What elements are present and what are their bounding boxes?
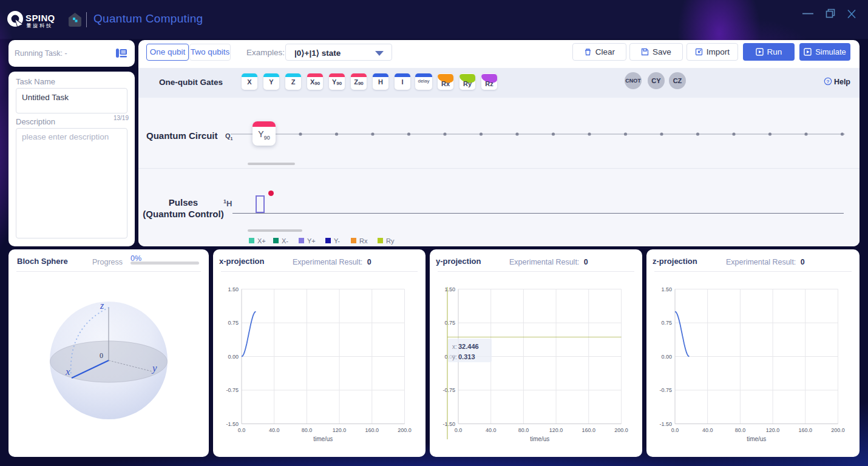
svg-text:0.00: 0.00: [661, 354, 672, 360]
svg-text:80.0: 80.0: [302, 427, 313, 433]
svg-text:z: z: [100, 300, 104, 311]
svg-text:-1.50: -1.50: [659, 421, 672, 427]
svg-text:40.0: 40.0: [269, 427, 280, 433]
svg-text:120.0: 120.0: [766, 427, 780, 433]
svg-text:200.0: 200.0: [614, 427, 628, 433]
svg-text:160.0: 160.0: [365, 427, 379, 433]
svg-text:y:: y:: [452, 354, 457, 360]
svg-text:200.0: 200.0: [831, 427, 845, 433]
svg-text:-0.75: -0.75: [659, 387, 672, 393]
svg-text:1.50: 1.50: [661, 286, 672, 292]
svg-text:120.0: 120.0: [549, 427, 563, 433]
svg-text:0.00: 0.00: [228, 354, 239, 360]
svg-text:200.0: 200.0: [398, 427, 412, 433]
svg-text:160.0: 160.0: [799, 427, 813, 433]
svg-text:-0.75: -0.75: [226, 387, 239, 393]
svg-text:0.0: 0.0: [238, 427, 246, 433]
svg-text:0.313: 0.313: [458, 353, 475, 360]
svg-text:x:: x:: [452, 343, 457, 350]
svg-text:-1.50: -1.50: [442, 421, 455, 427]
svg-text:y: y: [151, 362, 157, 374]
svg-text:40.0: 40.0: [702, 427, 713, 433]
svg-text:x: x: [65, 366, 70, 377]
svg-text:0.75: 0.75: [228, 320, 239, 326]
svg-text:time/us: time/us: [530, 436, 549, 442]
svg-text:0.0: 0.0: [671, 427, 679, 433]
svg-text:40.0: 40.0: [486, 427, 497, 433]
svg-text:1.50: 1.50: [444, 286, 455, 292]
svg-text:?: ?: [826, 79, 829, 84]
svg-text:-0.75: -0.75: [442, 387, 455, 393]
svg-text:0.75: 0.75: [444, 320, 455, 326]
svg-text:0: 0: [100, 351, 103, 360]
svg-text:32.446: 32.446: [458, 343, 479, 350]
svg-text:time/us: time/us: [313, 436, 333, 442]
svg-text:80.0: 80.0: [735, 427, 746, 433]
svg-text:0.0: 0.0: [455, 427, 463, 433]
svg-text:120.0: 120.0: [333, 427, 347, 433]
svg-text:time/us: time/us: [747, 436, 766, 442]
svg-text:1.50: 1.50: [228, 286, 239, 292]
svg-text:160.0: 160.0: [582, 427, 596, 433]
svg-text:0.75: 0.75: [661, 320, 672, 326]
svg-text:-1.50: -1.50: [226, 421, 239, 427]
svg-text:80.0: 80.0: [518, 427, 529, 433]
